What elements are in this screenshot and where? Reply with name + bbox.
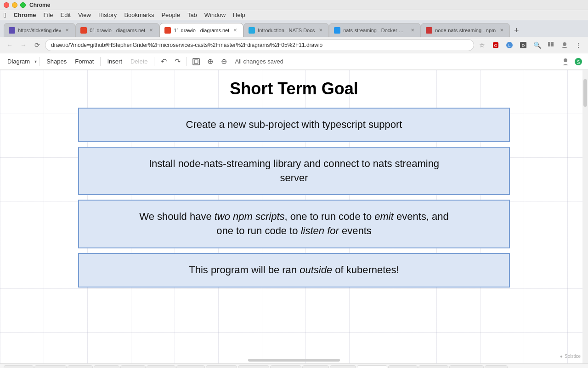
scrollbar-thumb[interactable] (583, 79, 587, 107)
watermark-icon: ● (560, 354, 563, 359)
extension-icon3[interactable]: D (517, 39, 529, 51)
apple-icon[interactable]:  (4, 11, 6, 19)
tab-title-nats: Introduction - NATS Docs (258, 28, 315, 33)
diagram-menu[interactable]: Diagram (4, 56, 34, 67)
toolbar-right: ☆ O L D 🔍 ⋮ (476, 39, 584, 51)
tab-docker[interactable]: nats-streaming - Docker Hub ✕ (329, 23, 421, 37)
shapes-menu[interactable]: Shapes (43, 56, 70, 67)
tab-close-ticket[interactable]: ✕ (64, 27, 70, 34)
extensions-icon[interactable] (545, 39, 557, 51)
page-tab-01-ev[interactable]: 01 - ev (68, 365, 93, 368)
tab-favicon-docker (334, 27, 340, 34)
page-tab-14-g[interactable]: 14 - g (485, 365, 508, 368)
diagram-box-4[interactable]: This program will be ran outside of kube… (78, 253, 510, 288)
menu-icon[interactable]: ⋮ (572, 39, 584, 51)
canvas-area[interactable]: Short Term Goal Create a new sub-project… (0, 70, 588, 363)
share-icon[interactable]: S (572, 56, 584, 68)
svg-text:L: L (508, 43, 510, 48)
page-tab-16-three[interactable]: 16 - three (34, 365, 66, 368)
tab-drawio11[interactable]: 11.drawio - diagrams.net ✕ (159, 23, 243, 37)
mac-menu-bar:  Chrome File Edit View History Bookmark… (0, 10, 588, 20)
tab-close-docker[interactable]: ✕ (409, 27, 416, 34)
page-tab-12-issues[interactable]: 12 - issues (449, 365, 484, 368)
diagram-box-1[interactable]: Create a new sub-project with typescript… (78, 108, 510, 142)
profile-icon[interactable] (559, 39, 571, 51)
zoom-in-button[interactable]: ⊕ (204, 55, 216, 68)
mac-menu-help[interactable]: Help (229, 10, 249, 20)
page-tab-page17[interactable]: Page-17 (388, 365, 418, 368)
mac-menu-bookmarks[interactable]: Bookmarks (120, 10, 158, 20)
svg-rect-12 (194, 60, 198, 63)
tab-nats-docs[interactable]: Introduction - NATS Docs ✕ (243, 23, 329, 37)
page-tab-13-deal[interactable]: 13 - deal (418, 365, 448, 368)
page-tab-07-db[interactable]: 07 - db (330, 365, 356, 368)
user-icon[interactable] (560, 56, 571, 68)
forward-button[interactable]: → (17, 39, 29, 51)
tab-close-drawio1[interactable]: ✕ (148, 27, 154, 34)
horizontal-scrollbar[interactable] (248, 359, 340, 362)
page-tab-07-http[interactable]: 07 - http (176, 365, 205, 368)
tab-drawio1[interactable]: 01.drawio - diagrams.net ✕ (75, 23, 159, 37)
extension-icon1[interactable]: O (490, 39, 502, 51)
tab-title-ticket: https://ticketing.dev (18, 28, 61, 33)
diagram-chevron: ▾ (34, 59, 37, 64)
svg-rect-11 (193, 58, 199, 65)
page-tabs: 15 - path 16 - three 01 - ev 02 - ev 03 … (0, 363, 588, 368)
redo-button[interactable]: ↷ (171, 55, 184, 68)
mac-menu-window[interactable]: Window (201, 10, 229, 20)
tab-npm[interactable]: node-nats-streaming - npm ✕ (421, 23, 510, 37)
reload-button[interactable]: ⟳ (31, 39, 43, 51)
page-tab-06-http[interactable]: 06 - http (147, 365, 175, 368)
tab-title-npm: node-nats-streaming - npm (435, 28, 496, 33)
delete-menu[interactable]: Delete (127, 56, 152, 67)
mac-menu-chrome[interactable]: Chrome (10, 10, 40, 20)
box3-text: We should have two npm scripts, one to r… (139, 210, 448, 238)
box4-text: This program will be ran outside of kube… (189, 263, 399, 277)
page-tab-04-chan[interactable]: 04 - chan (206, 365, 237, 368)
tab-close-drawio11[interactable]: ✕ (232, 27, 238, 34)
page-tab-05-chan[interactable]: 05 - chan (238, 365, 269, 368)
mac-menu-edit[interactable]: Edit (57, 10, 74, 20)
diagram-title: Short Term Goal (230, 79, 358, 98)
extension-icon2[interactable]: L (503, 39, 515, 51)
mac-menu-view[interactable]: View (74, 10, 95, 20)
diagram-box-2[interactable]: Install node-nats-streaming library and … (78, 147, 510, 196)
maximize-button[interactable] (20, 2, 26, 8)
tab-close-nats[interactable]: ✕ (317, 27, 324, 34)
insert-menu[interactable]: Insert (103, 56, 126, 67)
tab-ticketing[interactable]: https://ticketing.dev ✕ (4, 23, 75, 37)
new-tab-button[interactable]: + (510, 24, 523, 37)
drawio-menu-bar: Diagram ▾ Shapes Format Insert Delete ↶ … (0, 53, 588, 70)
page-tab-06-store[interactable]: 06 - store (270, 365, 301, 368)
mac-menu-people[interactable]: People (158, 10, 183, 20)
close-button[interactable] (4, 2, 9, 8)
page-tab-06-file[interactable]: 06 - file (302, 365, 329, 368)
mac-menu-history[interactable]: History (95, 10, 120, 20)
minimize-button[interactable] (12, 2, 17, 8)
tab-favicon-drawio11 (164, 27, 171, 34)
svg-point-10 (563, 42, 566, 46)
tab-close-npm[interactable]: ✕ (498, 27, 505, 34)
search-icon[interactable]: 🔍 (531, 39, 543, 51)
fit-page-button[interactable] (190, 55, 203, 68)
format-menu[interactable]: Format (71, 56, 97, 67)
watermark: ● Solstice (560, 354, 581, 359)
mac-menu-file[interactable]: File (40, 10, 57, 20)
back-button[interactable]: ← (4, 39, 16, 51)
tab-favicon-ticket (9, 27, 15, 34)
page-tab-03-ev[interactable]: 03 - ev (120, 365, 146, 368)
svg-rect-8 (548, 42, 550, 44)
diagram-box-3[interactable]: We should have two npm scripts, one to r… (78, 200, 510, 248)
traffic-lights[interactable] (4, 2, 26, 8)
page-tab-15-path[interactable]: 15 - path (4, 365, 34, 368)
bookmark-icon[interactable]: ☆ (476, 39, 488, 51)
add-page-button[interactable]: + (510, 366, 521, 368)
mac-menu-tab[interactable]: Tab (184, 10, 201, 20)
page-tab-02-ev[interactable]: 02 - ev (94, 365, 119, 368)
undo-button[interactable]: ↶ (157, 55, 170, 68)
title-bar: Chrome (0, 0, 588, 10)
zoom-out-button[interactable]: ⊖ (217, 55, 230, 68)
right-scrollbar[interactable] (582, 70, 588, 363)
address-input[interactable]: draw.io/?mode=github#HStephenGrider%2Fmi… (45, 39, 474, 51)
page-tab-11-goal[interactable]: 11 - goal (357, 365, 388, 368)
